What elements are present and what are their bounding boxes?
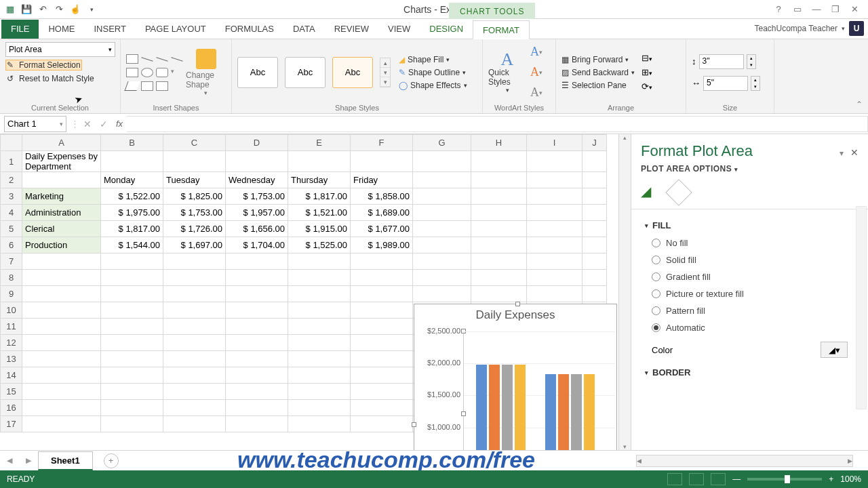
cell[interactable] <box>288 253 351 270</box>
cell[interactable] <box>288 319 351 335</box>
row-header[interactable]: 4 <box>1 205 22 221</box>
cell[interactable] <box>22 302 101 319</box>
cell[interactable] <box>583 253 607 270</box>
row-header[interactable]: 11 <box>1 319 22 335</box>
cell[interactable] <box>351 319 413 335</box>
row-header[interactable]: 15 <box>1 384 22 400</box>
cell[interactable] <box>163 367 226 384</box>
row-header[interactable]: 6 <box>1 237 22 253</box>
row-header[interactable]: 13 <box>1 351 22 367</box>
cell[interactable] <box>351 253 413 270</box>
zoom-slider[interactable] <box>747 478 822 481</box>
shape-style-3[interactable]: Abc <box>332 57 373 88</box>
cell[interactable] <box>163 319 226 335</box>
chart-title[interactable]: Daily Expenses <box>414 304 616 326</box>
cell[interactable] <box>527 151 583 172</box>
cell[interactable] <box>413 188 471 205</box>
col-header[interactable]: C <box>163 135 226 151</box>
cell[interactable] <box>226 335 288 351</box>
cell[interactable] <box>413 172 471 188</box>
cell[interactable]: $ 1,753.00 <box>163 205 226 221</box>
cell[interactable]: $ 1,817.00 <box>288 188 351 205</box>
cell[interactable] <box>226 286 288 302</box>
pane-options-icon[interactable]: ▾ <box>840 148 844 158</box>
arrow-shape-icon[interactable] <box>171 57 182 62</box>
roundrect-shape-icon[interactable] <box>156 68 168 77</box>
cell[interactable] <box>226 319 288 335</box>
oval-shape-icon[interactable] <box>141 68 153 77</box>
bar[interactable] <box>545 374 556 450</box>
cell[interactable] <box>471 221 527 237</box>
cell[interactable] <box>413 286 471 302</box>
cell[interactable] <box>226 400 288 416</box>
cell[interactable] <box>226 302 288 319</box>
cell[interactable] <box>163 253 226 270</box>
cell[interactable] <box>471 205 527 221</box>
cell[interactable] <box>101 253 163 270</box>
cell[interactable] <box>471 253 527 270</box>
cell[interactable] <box>351 302 413 319</box>
collapse-ribbon-icon[interactable]: ⌃ <box>856 100 863 109</box>
shape-outline-button[interactable]: ✎Shape Outline▾ <box>399 68 467 77</box>
tab-insert[interactable]: INSERT <box>84 20 135 39</box>
formula-bar[interactable] <box>127 116 868 132</box>
embedded-chart[interactable]: Daily Expenses $2,500.00$2,000.00$1,500.… <box>414 304 617 450</box>
line-shape-icon[interactable] <box>156 57 167 62</box>
cell[interactable] <box>288 416 351 432</box>
cell[interactable] <box>527 253 583 270</box>
new-sheet-button[interactable]: + <box>104 453 119 468</box>
sheet-nav-prev[interactable]: ◀ <box>0 456 19 465</box>
row-header[interactable]: 5 <box>1 221 22 237</box>
tab-formulas[interactable]: FORMULAS <box>216 20 283 39</box>
cell[interactable]: $ 1,697.00 <box>163 237 226 253</box>
style-gallery-scroll[interactable]: ▴▾▾ <box>380 58 391 87</box>
zoom-out-icon[interactable]: — <box>732 474 741 484</box>
cell[interactable] <box>288 400 351 416</box>
col-header[interactable]: E <box>288 135 351 151</box>
sheet-nav-next[interactable]: ▶ <box>19 456 38 465</box>
plot-area[interactable] <box>463 331 615 450</box>
fill-gradient-radio[interactable]: Gradient fill <box>645 268 854 285</box>
cell[interactable] <box>351 384 413 400</box>
quick-styles-button[interactable]: A Quick Styles▾ <box>488 52 526 94</box>
user-name[interactable]: TeachUcompa Teacher <box>754 24 837 33</box>
cell[interactable] <box>101 286 163 302</box>
name-box[interactable]: Chart 1▾ <box>4 116 66 132</box>
col-header[interactable]: F <box>351 135 413 151</box>
cell[interactable] <box>351 151 413 172</box>
cell[interactable] <box>527 172 583 188</box>
row-header[interactable]: 9 <box>1 286 22 302</box>
cell[interactable] <box>351 335 413 351</box>
cell[interactable]: Wednesday <box>226 172 288 188</box>
cell[interactable] <box>163 270 226 286</box>
cell[interactable] <box>22 416 101 432</box>
shape-gallery-row2[interactable]: ▾ <box>126 68 183 77</box>
cell[interactable]: $ 1,825.00 <box>163 188 226 205</box>
fill-section-header[interactable]: ▾FILL <box>645 216 854 235</box>
cell[interactable] <box>226 367 288 384</box>
selection-pane-button[interactable]: ☰Selection Pane <box>561 81 635 90</box>
shape-gallery-row3[interactable] <box>126 81 183 91</box>
cell[interactable] <box>471 188 527 205</box>
col-header[interactable]: H <box>471 135 527 151</box>
undo-icon[interactable]: ↶ <box>37 3 49 16</box>
cell[interactable] <box>101 351 163 367</box>
cell[interactable] <box>163 302 226 319</box>
cell[interactable]: $ 1,817.00 <box>101 221 163 237</box>
cell[interactable] <box>583 221 607 237</box>
cell[interactable] <box>351 400 413 416</box>
cell[interactable] <box>22 335 101 351</box>
cell[interactable] <box>413 237 471 253</box>
cell[interactable] <box>226 384 288 400</box>
fill-pattern-radio[interactable]: Pattern fill <box>645 302 854 319</box>
cell[interactable] <box>351 367 413 384</box>
cell[interactable] <box>527 205 583 221</box>
view-normal-icon[interactable] <box>667 473 682 485</box>
cell[interactable] <box>288 367 351 384</box>
fill-auto-radio[interactable]: Automatic <box>645 319 854 336</box>
col-header[interactable]: G <box>413 135 471 151</box>
flow-shape-icon[interactable] <box>141 81 153 91</box>
fill-solid-radio[interactable]: Solid fill <box>645 251 854 268</box>
col-header[interactable]: B <box>101 135 163 151</box>
cell[interactable] <box>22 319 101 335</box>
